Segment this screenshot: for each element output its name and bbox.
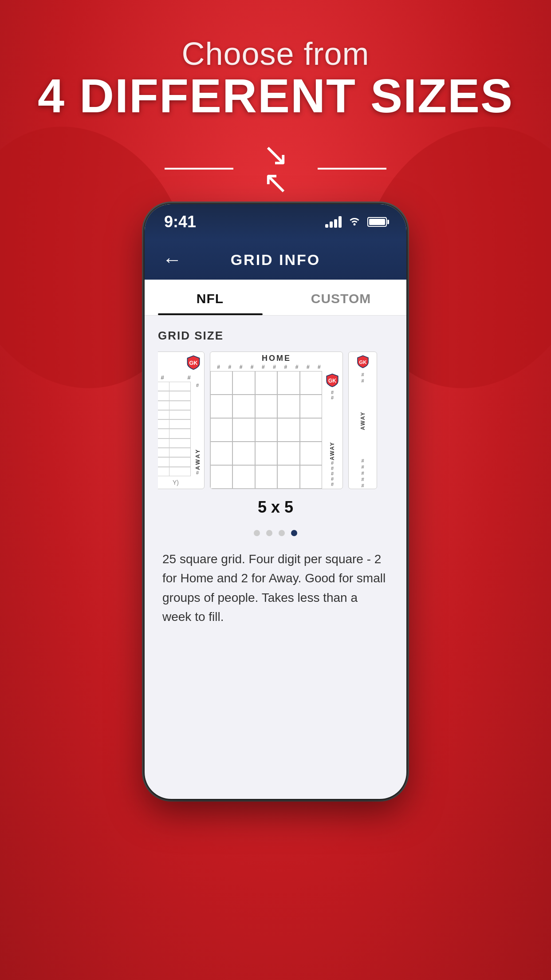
grid-card-right-partial: GK # # AWAY # # # # # [348,352,377,489]
status-bar: 9:41 [145,204,406,240]
phone-mockup: 9:41 ← GRID IN [145,204,406,799]
dot-4-active[interactable] [291,530,297,536]
gk-shield-logo-main: GK [325,373,340,388]
arrow-up-left-icon: ↖ [263,169,289,197]
grid-size-label: GRID SIZE [158,329,393,343]
tab-nfl[interactable]: NFL [145,280,276,315]
header-line1: Choose from [0,36,551,72]
grid-card-left-partial: GK # # [158,352,205,489]
wifi-icon [348,215,361,229]
arrows-section: ↘ ↖ [0,138,551,200]
arrow-down-right-icon: ↘ [263,141,289,169]
arrow-lines: ↘ ↖ [165,146,386,191]
tabs-bar: NFL CUSTOM [145,280,406,316]
signal-icon [325,216,342,228]
dot-2[interactable] [266,530,272,536]
dot-3[interactable] [279,530,285,536]
gk-shield-logo-right: GK [356,355,370,369]
gk-shield-logo-left: GK [185,355,201,371]
status-icons [325,215,387,229]
back-button[interactable]: ← [162,249,182,271]
arrows-center: ↘ ↖ [263,141,289,197]
tab-custom[interactable]: CUSTOM [276,280,406,315]
dot-1[interactable] [254,530,260,536]
carousel-container[interactable]: GK # # [158,352,393,489]
pagination-dots [158,521,393,541]
header-section: Choose from 4 DIFFERENT SIZES [0,0,551,138]
away-label-main: AWAY [329,400,335,460]
nav-title: GRID INFO [231,251,321,269]
away-label-left: AWAY [194,389,201,470]
content-area: GRID SIZE GK [145,316,406,644]
battery-icon [367,217,387,227]
home-label: HOME [210,352,342,363]
svg-text:GK: GK [359,360,366,365]
grid-size-value: 5 x 5 [158,489,393,521]
header-line2: 4 DIFFERENT SIZES [0,72,551,120]
status-time: 9:41 [164,213,196,231]
phone-container: 9:41 ← GRID IN [0,200,551,799]
away-label-right: AWAY [349,384,377,458]
description-text: 25 square grid. Four digit per square - … [158,541,393,644]
svg-text:GK: GK [328,378,336,384]
nav-bar: ← GRID INFO [145,240,406,280]
svg-text:GK: GK [189,360,198,366]
h-line-right [318,168,386,170]
h-line-left [165,168,233,170]
grid-card-main: HOME # # # # # # # # # # [210,352,343,489]
left-card-logo: GK [158,352,204,373]
